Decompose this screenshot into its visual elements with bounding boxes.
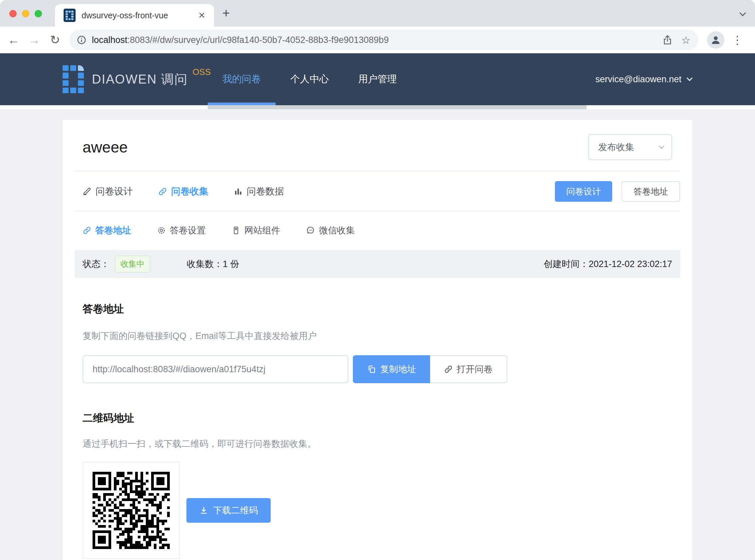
profile-avatar[interactable] — [707, 31, 725, 48]
chevron-down-icon — [687, 75, 692, 81]
back-button[interactable]: ← — [3, 33, 24, 47]
new-tab-button[interactable]: + — [222, 6, 230, 20]
url-text: localhost:8083/#/dw/survey/c/url/c98fa14… — [92, 35, 653, 45]
subtab-label: 微信收集 — [319, 224, 355, 236]
subtab-site-widget[interactable]: 网站组件 — [232, 224, 280, 236]
download-qrcode-label: 下载二维码 — [213, 504, 258, 516]
tab-label: 问卷收集 — [171, 185, 208, 198]
created-time-value: 2021-12-02 23:02:17 — [589, 259, 672, 269]
browser-window: dwsurvey-oss-front-vue ✕ + ← → ↻ localho… — [0, 0, 755, 560]
subtab-label: 答卷地址 — [95, 224, 131, 236]
bar-chart-icon — [234, 187, 243, 196]
nav-item-personal-center[interactable]: 个人中心 — [276, 53, 344, 105]
subtab-label: 答卷设置 — [170, 224, 206, 236]
tab-survey-data[interactable]: 问卷数据 — [234, 185, 284, 198]
survey-tabs: 问卷设计 问卷收集 问卷数据 问卷设计 答卷地址 — [75, 181, 680, 202]
created-time: 创建时间：2021-12-02 23:02:17 — [544, 258, 672, 270]
copy-address-label: 复制地址 — [380, 363, 416, 375]
link-icon — [158, 187, 167, 196]
status-badge: 收集中 — [115, 256, 150, 272]
diaowen-logo-icon — [63, 65, 84, 93]
browser-tab[interactable]: dwsurvey-oss-front-vue ✕ — [55, 4, 214, 27]
open-survey-label: 打开问卷 — [457, 363, 493, 375]
collect-count-label: 收集数： — [187, 258, 223, 270]
subtab-label: 网站组件 — [244, 224, 280, 236]
site-info-icon[interactable] — [77, 35, 86, 45]
copy-address-button[interactable]: 复制地址 — [353, 355, 430, 383]
address-bar[interactable]: localhost:8083/#/dw/survey/c/url/c98fa14… — [69, 30, 698, 50]
tab-survey-design[interactable]: 问卷设计 — [83, 185, 133, 198]
qrcode-row: 下载二维码 — [83, 462, 672, 559]
status-label: 状态： — [83, 258, 109, 270]
header-substrip — [208, 105, 587, 109]
qr-code-box — [83, 462, 180, 559]
zoom-window-button[interactable] — [35, 10, 42, 17]
chat-icon — [306, 226, 315, 235]
answer-url-row: 复制地址 打开问卷 — [83, 355, 672, 383]
main-nav: 我的问卷 个人中心 用户管理 — [208, 53, 411, 105]
answer-address-description: 复制下面的问卷链接到QQ，Email等工具中直接发给被用户 — [83, 330, 672, 342]
gear-icon — [157, 226, 166, 235]
minimize-window-button[interactable] — [22, 10, 29, 17]
diaowen-logo[interactable]: DIAOWEN 调问 OSS — [63, 65, 211, 93]
action-buttons: 问卷设计 答卷地址 — [555, 181, 680, 202]
chevron-down-icon — [659, 143, 665, 149]
reload-button[interactable]: ↻ — [45, 33, 65, 47]
download-icon — [199, 506, 208, 515]
tab-close-icon[interactable]: ✕ — [198, 10, 205, 21]
qrcode-heading: 二维码地址 — [83, 411, 672, 425]
open-survey-button[interactable]: 打开问卷 — [430, 355, 507, 383]
divider — [75, 171, 680, 171]
page-background: aweee 发布收集 问卷设计 问卷收集 — [0, 109, 755, 560]
browser-tab-strip: dwsurvey-oss-front-vue ✕ + — [0, 0, 755, 27]
answer-address-heading: 答卷地址 — [83, 302, 672, 316]
tab-search-chevron-icon[interactable] — [739, 9, 746, 16]
status-bar: 状态： 收集中 收集数： 1 份 创建时间：2021-12-02 23:02:1… — [75, 250, 680, 278]
bookmark-star-icon[interactable]: ☆ — [681, 34, 690, 46]
qr-code — [93, 472, 170, 549]
link-icon — [444, 365, 453, 374]
tag-icon — [232, 226, 240, 235]
subtab-wechat-collect[interactable]: 微信收集 — [306, 224, 355, 236]
answer-address-button[interactable]: 答卷地址 — [621, 181, 680, 202]
copy-icon — [367, 364, 376, 374]
publish-select[interactable]: 发布收集 — [588, 134, 672, 160]
survey-title: aweee — [83, 138, 128, 156]
browser-menu-icon[interactable]: ⋮ — [732, 33, 742, 47]
close-window-button[interactable] — [9, 10, 17, 17]
qrcode-description: 通过手机扫一扫，或下载二维码，即可进行问卷数据收集。 — [83, 438, 672, 450]
account-dropdown[interactable]: service@diaowen.net — [595, 74, 692, 84]
nav-item-user-management[interactable]: 用户管理 — [344, 53, 411, 105]
divider — [75, 211, 680, 212]
url-button-group: 复制地址 打开问卷 — [353, 355, 507, 383]
survey-design-button[interactable]: 问卷设计 — [555, 181, 612, 202]
subtab-answer-settings[interactable]: 答卷设置 — [157, 224, 206, 236]
title-row: aweee 发布收集 — [83, 134, 672, 160]
tab-label: 问卷设计 — [96, 185, 133, 198]
created-time-label: 创建时间： — [544, 259, 589, 269]
forward-button[interactable]: → — [24, 33, 45, 47]
tab-label: 问卷数据 — [247, 185, 284, 198]
survey-card: aweee 发布收集 问卷设计 问卷收集 — [63, 120, 692, 560]
app-header: DIAOWEN 调问 OSS 我的问卷 个人中心 用户管理 service@di… — [0, 53, 755, 105]
favicon-diaowen-icon — [64, 9, 76, 22]
url-path: :8083/#/dw/survey/c/url/c98fa140-50b7-40… — [127, 35, 389, 45]
browser-toolbar: ← → ↻ localhost:8083/#/dw/survey/c/url/c… — [0, 27, 755, 53]
publish-select-value: 发布收集 — [598, 141, 634, 153]
url-host: localhost — [92, 35, 127, 45]
logo-text: DIAOWEN 调问 — [92, 71, 188, 88]
traffic-lights — [9, 10, 42, 17]
pencil-icon — [83, 187, 91, 196]
subtab-answer-address[interactable]: 答卷地址 — [83, 224, 131, 236]
survey-url-input[interactable] — [83, 355, 348, 383]
tab-survey-collect[interactable]: 问卷收集 — [158, 185, 208, 198]
nav-item-my-surveys[interactable]: 我的问卷 — [208, 53, 276, 105]
share-icon[interactable] — [662, 35, 673, 45]
account-email: service@diaowen.net — [595, 74, 681, 84]
collect-subtabs: 答卷地址 答卷设置 网站组件 — [75, 219, 680, 241]
tab-title: dwsurvey-oss-front-vue — [82, 11, 193, 20]
collect-count-value: 1 份 — [223, 258, 239, 270]
link-icon — [83, 226, 91, 235]
download-qrcode-button[interactable]: 下载二维码 — [186, 498, 271, 523]
